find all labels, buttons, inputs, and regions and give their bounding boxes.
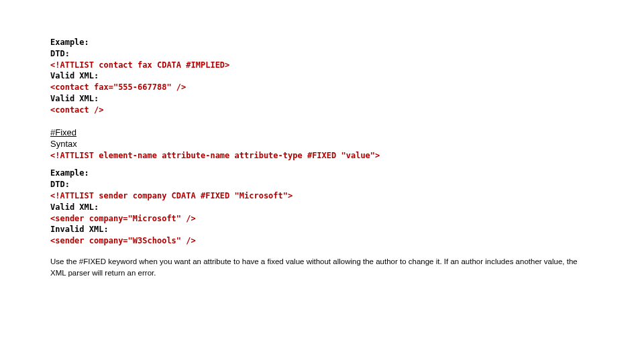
example-label-2: Example: [50,168,594,179]
fixed-heading: #Fixed [50,127,594,139]
valid-xml-label-1: Valid XML: [50,70,594,82]
syntax-line: <!ATTLIST element-name attribute-name at… [50,150,594,162]
explanation-paragraph: Use the #FIXED keyword when you want an … [50,256,594,278]
dtd-line: <!ATTLIST contact fax CDATA #IMPLIED> [50,60,594,71]
xml-line-1: <contact fax="555-667788" /> [50,82,594,93]
syntax-subheading: Syntax [50,138,594,150]
example2-block: Example: DTD: <!ATTLIST sender company C… [50,168,594,247]
xml-valid-line: <sender company="Microsoft" /> [50,213,594,225]
valid-xml-label-3: Valid XML: [50,202,594,213]
dtd-label: DTD: [50,48,594,60]
dtd-label-2: DTD: [50,179,594,190]
valid-xml-label-2: Valid XML: [50,93,594,105]
xml-line-2: <contact /> [50,105,594,116]
invalid-xml-label: Invalid XML: [50,224,594,235]
xml-invalid-line: <sender company="W3Schools" /> [50,235,594,247]
example-label: Example: [50,37,594,48]
example1-block: Example: DTD: <!ATTLIST contact fax CDAT… [50,37,594,116]
dtd-line-2: <!ATTLIST sender company CDATA #FIXED "M… [50,190,594,202]
